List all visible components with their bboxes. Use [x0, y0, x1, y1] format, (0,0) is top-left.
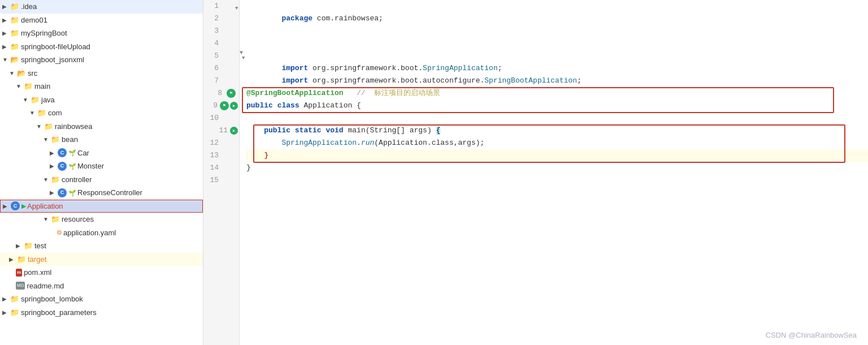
folder-icon: 📁 — [44, 121, 53, 132]
line-num-4: 4 — [203, 37, 239, 50]
file-tree[interactable]: 📁 .idea 📁 demo01 📁 mySpringBoot 📁 spring… — [0, 0, 203, 345]
sidebar-label: com — [48, 107, 62, 119]
md-icon: MD — [16, 282, 25, 290]
sidebar-label: ResponseController — [77, 187, 142, 199]
sidebar-label: main — [34, 81, 50, 92]
arrow-icon — [9, 255, 16, 264]
class-icon: C — [11, 201, 20, 210]
sidebar-item-test[interactable]: 📁 test — [0, 239, 203, 253]
sidebar-label: springboot_lombok — [21, 294, 83, 305]
sidebar-label: Application — [27, 201, 63, 212]
folder-icon: 📂 — [10, 54, 19, 66]
code-line-8: @SpringBootApplication // 标注项目的启动场景 — [246, 87, 868, 100]
folder-icon: 📁 — [24, 81, 33, 92]
watermark: CSDN @ChinaRainbowSea — [766, 331, 857, 339]
sidebar-item-java[interactable]: 📁 java — [0, 93, 203, 107]
folder-icon: 📁 — [10, 307, 19, 318]
sidebar-item-src[interactable]: 📂 src — [0, 67, 203, 80]
bean-icon: 🌱 — [68, 162, 76, 171]
arrow-icon — [2, 16, 9, 24]
line-num-12: 12 — [203, 137, 239, 149]
sidebar-item-main[interactable]: 📁 main — [0, 80, 203, 93]
sidebar-item-responsecontroller[interactable]: C 🌱 ResponseController — [0, 186, 203, 200]
arrow-icon — [2, 42, 9, 51]
sidebar-label: src — [28, 68, 37, 79]
class-icon: C — [58, 148, 67, 157]
arrow-icon — [16, 82, 23, 90]
sidebar-item-pom[interactable]: m pom.xml — [0, 266, 203, 279]
sidebar-item-readme[interactable]: MD readme.md — [0, 279, 203, 293]
sidebar-item-com[interactable]: 📁 com — [0, 106, 203, 120]
folder-icon: 📁 — [17, 254, 26, 265]
sidebar-item-controller[interactable]: 📁 controller — [0, 173, 203, 187]
sidebar-item-lombok[interactable]: 📁 springboot_lombok — [0, 292, 203, 306]
code-lines-container: ▼ package com.rainbowsea; ▼ import org.s… — [240, 0, 868, 345]
sidebar-label: springboot_parameters — [21, 307, 97, 318]
line-num-13: 13 — [203, 149, 239, 162]
arrow-icon — [50, 149, 57, 157]
sidebar-item-bean[interactable]: 📁 bean — [0, 133, 203, 146]
annot-icon-9[interactable]: ⚑ — [220, 101, 229, 110]
code-line-10 — [246, 112, 868, 124]
sidebar-label: readme.md — [27, 281, 64, 292]
code-line-4: ▼ import org.springframework.boot.Spring… — [246, 37, 868, 50]
line-num-14: 14 — [203, 162, 239, 174]
sidebar-item-monster[interactable]: C 🌱 Monster — [0, 159, 203, 173]
arrow-icon — [50, 188, 57, 197]
line-num-5: 5 — [203, 50, 239, 62]
folder-icon: 📁 — [24, 240, 33, 252]
arrow-icon — [36, 122, 43, 131]
class-icon: C — [58, 162, 67, 171]
sidebar-label: mySpringBoot — [21, 28, 67, 39]
sidebar-label: application.yaml — [63, 227, 116, 239]
sidebar-label: springboot_jsonxml — [21, 54, 84, 66]
code-scroll[interactable]: 1 2 3 4 5 6 7 8 ⚑ 9 ⚑ ▶ 10 — [203, 0, 868, 345]
sidebar-label: resources — [62, 214, 94, 225]
sidebar-item-myspringboot[interactable]: 📁 mySpringBoot — [0, 27, 203, 40]
arrow-icon — [2, 295, 9, 303]
code-line-1: package com.rainbowsea; — [246, 0, 868, 12]
code-line-5: ▼ import org.springframework.boot.autoco… — [246, 50, 868, 62]
code-line-9: public class Application { — [246, 100, 868, 112]
line-num-2: 2 — [203, 12, 239, 25]
folder-icon: 📁 — [37, 107, 46, 119]
arrow-icon — [43, 215, 50, 223]
code-line-3 — [246, 25, 868, 37]
run-btn-9[interactable]: ▶ — [230, 102, 238, 110]
folder-icon: 📁 — [10, 15, 19, 26]
line-num-15: 15 — [203, 174, 239, 187]
arrow-icon — [3, 202, 10, 210]
arrow-icon — [23, 96, 29, 104]
folder-icon: 📁 — [51, 214, 60, 225]
sidebar-item-parameters[interactable]: 📁 springboot_parameters — [0, 306, 203, 320]
sidebar-item-fileupload[interactable]: 📁 springboot-fileUpload — [0, 40, 203, 54]
folder-icon: 📁 — [51, 174, 60, 186]
sidebar-item-target[interactable]: 📁 target — [0, 253, 203, 266]
sidebar-item-yaml[interactable]: ⚙ application.yaml — [0, 226, 203, 240]
class-icon: C — [58, 188, 67, 197]
sidebar-label: Monster — [77, 161, 104, 172]
line-numbers: 1 2 3 4 5 6 7 8 ⚑ 9 ⚑ ▶ 10 — [203, 0, 240, 345]
line-num-11: 11 ▶ — [203, 124, 239, 137]
code-line-11: public static void main(String[] args) { — [246, 124, 868, 137]
sidebar-item-resources[interactable]: 📁 resources — [0, 213, 203, 226]
sidebar-item-application[interactable]: C ▶ Application — [0, 200, 203, 213]
sidebar-item-demo01[interactable]: 📁 demo01 — [0, 14, 203, 27]
sidebar-item-rainbowsea[interactable]: 📁 rainbowsea — [0, 120, 203, 133]
folder-icon: 📁 — [10, 41, 19, 53]
annot-icon-8[interactable]: ⚑ — [227, 89, 236, 98]
folder-icon: 📁 — [10, 294, 19, 305]
sidebar-label: bean — [62, 134, 78, 145]
sidebar-label: .idea — [21, 1, 37, 12]
run-btn-11[interactable]: ▶ — [230, 127, 238, 135]
folder-icon: 📁 — [51, 134, 60, 145]
bean-icon: 🌱 — [68, 148, 76, 158]
sidebar-item-idea[interactable]: 📁 .idea — [0, 0, 203, 14]
arrow-icon — [2, 2, 9, 11]
code-line-13: } — [246, 149, 868, 162]
code-line-15 — [246, 174, 868, 187]
line-num-3: 3 — [203, 25, 239, 37]
sidebar-item-car[interactable]: C 🌱 Car — [0, 146, 203, 160]
sidebar-item-jsonxml[interactable]: 📂 springboot_jsonxml — [0, 53, 203, 67]
sidebar-label: rainbowsea — [55, 121, 93, 132]
